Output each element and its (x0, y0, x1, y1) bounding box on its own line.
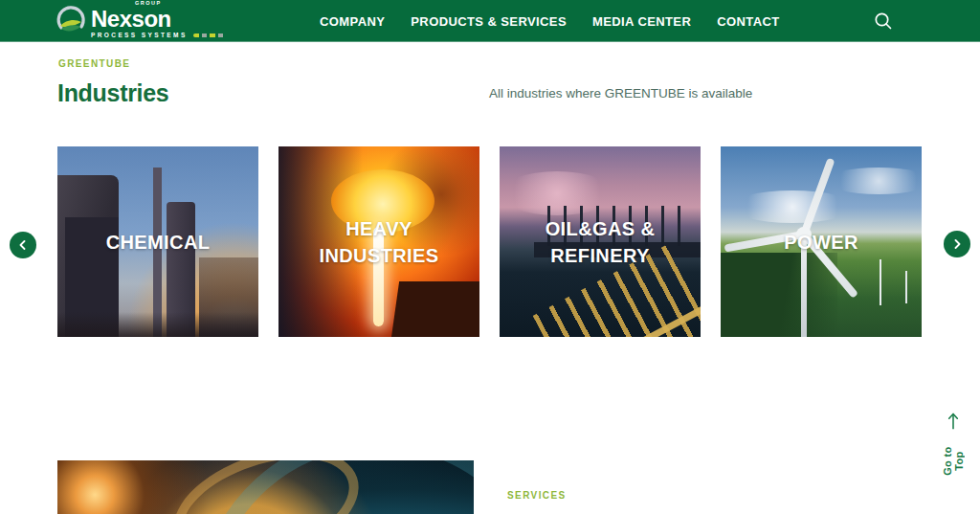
nav-item-contact[interactable]: CONTACT (717, 14, 779, 29)
logo-tagline-row: PROCESS SYSTEMS (91, 33, 226, 39)
nav-item-company[interactable]: COMPANY (320, 14, 385, 29)
nav-item-media-center[interactable]: MEDIA CENTER (592, 14, 691, 29)
nexson-globe-icon (56, 6, 86, 36)
chevron-left-icon (17, 239, 29, 251)
carousel-prev-button[interactable] (10, 232, 36, 258)
services-eyebrow: SERVICES (507, 490, 567, 501)
site-header: GROUP Nexson PROCESS SYSTEMS COMPANY PRO… (0, 0, 980, 42)
greentube-eyebrow: GREENTUBE (58, 58, 130, 69)
search-icon (873, 11, 894, 32)
page-title: Industries (57, 79, 168, 107)
logo-tagline-label: PROCESS SYSTEMS (91, 33, 188, 39)
industry-card-chemical[interactable]: CHEMICAL (57, 146, 258, 337)
carousel-next-button[interactable] (944, 231, 970, 257)
logo-dashes-decoration (193, 34, 226, 37)
industry-card-heavy-industries[interactable]: HEAVY INDUSTRIES (278, 146, 479, 337)
services-photo[interactable] (57, 460, 474, 514)
industries-subtitle: All industries where GREENTUBE is availa… (489, 86, 752, 101)
chevron-right-icon (951, 238, 963, 250)
nav-item-products-services[interactable]: PRODUCTS & SERVICES (411, 14, 567, 29)
logo-text: GROUP Nexson PROCESS SYSTEMS (91, 1, 226, 38)
industry-card-label: POWER (721, 146, 922, 337)
go-to-top-button[interactable]: Go to Top (940, 412, 967, 486)
logo-name-label: Nexson (91, 8, 226, 31)
nexson-logo[interactable]: GROUP Nexson PROCESS SYSTEMS (56, 1, 226, 38)
arrow-up-icon (947, 412, 960, 430)
industry-card-label: CHEMICAL (57, 146, 258, 337)
industry-card-power[interactable]: POWER (721, 146, 922, 337)
industry-card-label: HEAVY INDUSTRIES (278, 146, 479, 337)
main-nav: COMPANY PRODUCTS & SERVICES MEDIA CENTER… (320, 0, 780, 42)
go-to-top-label: Go to Top (942, 436, 965, 486)
photo-shape (159, 460, 373, 514)
industry-card-oil-gas-refinery[interactable]: OIL&GAS & REFINERY (500, 146, 701, 337)
industry-card-label: OIL&GAS & REFINERY (500, 146, 701, 337)
nexson-industries-page: GROUP Nexson PROCESS SYSTEMS COMPANY PRO… (0, 0, 980, 514)
search-button[interactable] (864, 2, 902, 40)
